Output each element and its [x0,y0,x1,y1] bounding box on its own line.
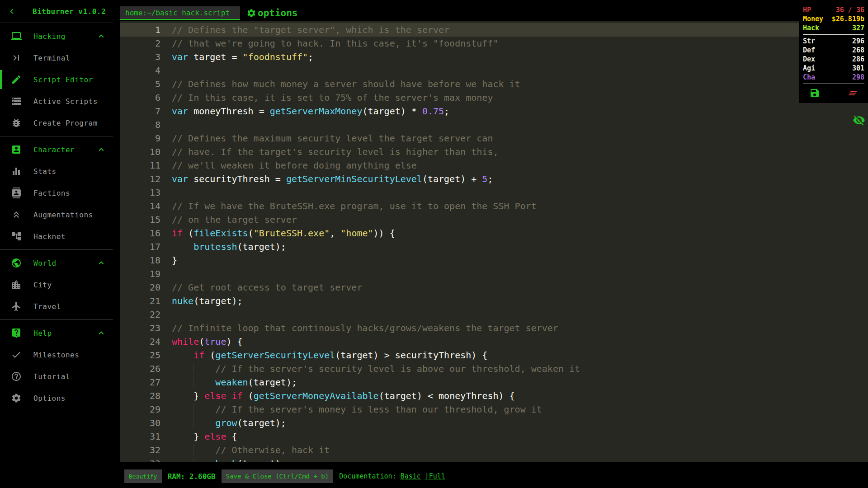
sidebar-item-tutorial[interactable]: Tutorial [0,366,113,387]
kill-scripts-button[interactable] [847,88,858,100]
sidebar-item-milestones[interactable]: Milestones [0,344,113,366]
sidebar-item-label: Create Program [33,119,98,127]
code-line: 21nuke(target); [120,294,868,308]
line-number: 12 [120,172,160,186]
code-line: 33 hack(target); [120,457,868,462]
sidebar-item-travel[interactable]: Travel [0,296,113,317]
stat-money: Money $26.819b [803,14,864,23]
code-line: 17 brutessh(target); [120,240,868,253]
sidebar-section-character-group: Character Stats Factions Augmentations H… [0,136,113,249]
stat-def: Def 268 [803,46,864,55]
sidebar-item-terminal[interactable]: Terminal [0,47,113,69]
sidebar-item-create-program[interactable]: Create Program [0,112,113,134]
save-game-button[interactable] [809,88,820,100]
script-editor: home:~/basic_hack.script options 1// Def… [120,0,868,462]
line-number: 29 [120,403,160,416]
sidebar-section-label: Help [33,329,52,338]
globe-icon [11,258,22,268]
code-line: 16if (fileExists("BruteSSH.exe", "home")… [120,226,868,240]
help-icon [11,328,22,338]
divider [803,34,864,35]
code-area[interactable]: 1// Defines the "target server", which i… [120,21,868,462]
code-line: 23// Infinite loop that continously hack… [120,321,868,335]
line-number: 3 [120,50,160,64]
stat-hp: HP 36 / 36 [803,5,864,14]
documentation-label: Documentation: [339,472,396,480]
code-line: 25 if (getServerSecurityLevel(target) > … [120,348,868,362]
code-line: 4 [120,64,868,77]
app-title: Bitburner v1.0.2 [33,7,106,16]
sidebar-item-active-scripts[interactable]: Active Scripts [0,90,113,112]
code-line: 28 } else if (getServerMoneyAvailable(ta… [120,389,868,403]
line-number: 6 [120,91,160,104]
sidebar-item-label: Travel [33,302,61,311]
sidebar-section-help[interactable]: Help [0,322,113,344]
sidebar-section-character[interactable]: Character [0,139,113,160]
code-line: 31 } else { [120,430,868,443]
sidebar-item-script-editor[interactable]: Script Editor [0,69,113,90]
code-line: 3var target = "foodnstuff"; [120,50,868,64]
tab-basic-hack-script[interactable]: home:~/basic_hack.script [120,6,240,20]
sidebar-item-augmentations[interactable]: Augmentations [0,204,113,225]
character-overview-panel: HP 36 / 36 Money $26.819b Hack 327 Str 2… [799,4,868,103]
line-number: 31 [120,430,160,443]
code-line: 26 // If the server's security level is … [120,362,868,375]
code-line: 5// Defines how much money a server shou… [120,77,868,91]
sidebar-section-label: Character [33,145,75,154]
code-line: 2// that we're going to hack. In this ca… [120,37,868,50]
line-number: 5 [120,77,160,91]
documentation-basic-link[interactable]: Basic [401,472,421,480]
line-number: 33 [120,457,160,462]
code-line: 10// have. If the target's security leve… [120,145,868,159]
editor-status-bar: Beautify RAM: 2.60GB Save & Close (Ctrl/… [124,469,445,483]
active-scripts-icon [11,96,22,107]
chevron-left-icon [7,6,17,16]
editor-tab-bar: home:~/basic_hack.script options [120,0,868,21]
sidebar-item-label: City [33,281,52,289]
character-stats: HP 36 / 36 Money $26.819b Hack 327 Str 2… [803,5,864,84]
sidebar-item-city[interactable]: City [0,274,113,296]
sidebar-item-label: Milestones [33,351,79,359]
code-line: 19 [120,267,868,281]
sidebar-section-hacking[interactable]: Hacking [0,25,113,47]
line-number: 10 [120,145,160,159]
stat-dex: Dex 286 [803,55,864,64]
sidebar-section-world-group: World City Travel [0,250,113,319]
sidebar-section-world[interactable]: World [0,252,113,274]
line-number: 15 [120,213,160,226]
options-icon [11,393,22,404]
line-number: 1 [120,23,160,37]
collapse-sidebar-button[interactable] [6,6,17,17]
line-number: 14 [120,199,160,213]
stat-cha: Cha 298 [803,73,864,82]
editor-options-button[interactable]: options [246,6,298,20]
hide-overview-button[interactable] [852,113,866,127]
sidebar-item-hacknet[interactable]: Hacknet [0,225,113,247]
sidebar-item-factions[interactable]: Factions [0,182,113,204]
save-close-button[interactable]: Save & Close (Ctrl/Cmd + b) [222,469,334,483]
line-number: 27 [120,375,160,389]
pencil-icon [11,74,22,85]
line-number: 21 [120,294,160,308]
line-number: 9 [120,131,160,145]
line-number: 25 [120,348,160,362]
augmentations-icon [11,209,22,220]
beautify-button[interactable]: Beautify [124,469,162,483]
code-line: 29 // If the server's money is less than… [120,403,868,416]
code-line: 9// Defines the maximum security level t… [120,131,868,145]
line-number: 30 [120,416,160,430]
code-line: 20// Get root access to target server [120,281,868,294]
line-number: 28 [120,389,160,403]
sidebar-item-label: Tutorial [33,372,70,381]
sidebar-item-stats[interactable]: Stats [0,160,113,182]
code-line: 14// If we have the BruteSSH.exe program… [120,199,868,213]
code-line: 30 grow(target); [120,416,868,430]
documentation-full-link[interactable]: Full [429,472,445,480]
line-number: 2 [120,37,160,50]
sidebar-header: Bitburner v1.0.2 [0,0,113,23]
overview-actions [803,86,864,100]
tutorial-icon [11,371,22,382]
line-number: 18 [120,253,160,267]
terminal-icon [11,52,22,63]
sidebar-item-options[interactable]: Options [0,387,113,409]
